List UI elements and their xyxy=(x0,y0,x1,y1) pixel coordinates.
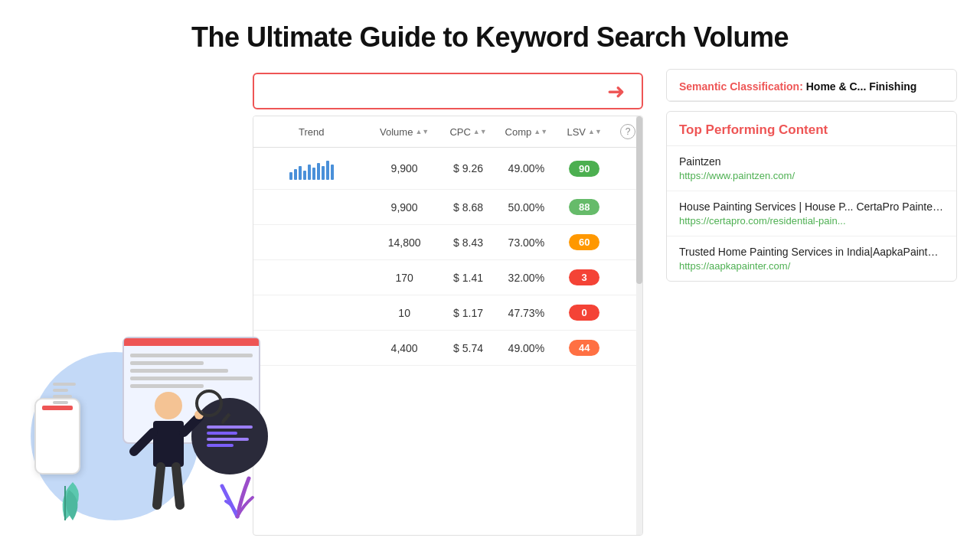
cell-volume: 9,900 xyxy=(370,162,439,174)
illus-plant-decor xyxy=(207,463,268,524)
cell-comp: 49.00% xyxy=(497,342,555,354)
trend-bar xyxy=(289,172,292,180)
page-title: The Ultimate Guide to Keyword Search Vol… xyxy=(0,0,980,69)
illus-phone-lines xyxy=(53,383,76,404)
trend-bar xyxy=(312,168,315,180)
svg-rect-1 xyxy=(153,421,184,467)
scrollbar-track[interactable] xyxy=(636,116,642,535)
table-row: 9,900 $ 8.68 50.00% 88 xyxy=(253,190,642,225)
trend-bar xyxy=(331,165,334,180)
semantic-classification: Semantic Classification: Home & C... Fin… xyxy=(679,80,944,93)
cell-comp: 73.00% xyxy=(497,236,555,249)
content-item[interactable]: House Painting Services | House P... Cer… xyxy=(667,191,956,236)
col-volume[interactable]: Volume ▲▼ xyxy=(370,124,439,139)
content-title: Trusted Home Painting Services in India|… xyxy=(679,246,944,258)
screen-line xyxy=(130,369,228,373)
table-body: 9,900 $ 9.26 49.00% 90 9,900 $ 8.68 50.0 xyxy=(253,148,642,531)
svg-line-4 xyxy=(157,467,161,505)
table-row: 170 $ 1.41 32.00% 3 xyxy=(253,260,642,295)
screen-line xyxy=(130,354,253,357)
content-url[interactable]: https://certapro.com/residential-pain... xyxy=(679,215,944,227)
trend-bar xyxy=(294,169,297,180)
table-row: 4,400 $ 5.74 49.00% 44 xyxy=(253,331,642,366)
cell-volume: 4,400 xyxy=(370,342,439,354)
cell-comp: 32.00% xyxy=(497,272,555,284)
illustration xyxy=(23,69,253,536)
search-submit-button[interactable]: ➜ xyxy=(602,77,629,105)
illus-phone-line xyxy=(53,401,68,404)
trend-bar xyxy=(326,161,329,180)
magnify-icon xyxy=(195,390,223,417)
svg-point-0 xyxy=(155,392,182,419)
lsv-badge: 0 xyxy=(569,305,599,321)
col-cpc[interactable]: CPC ▲▼ xyxy=(439,124,498,139)
cell-cpc: $ 8.43 xyxy=(439,236,498,249)
sort-cpc-icon[interactable]: ▲▼ xyxy=(473,129,487,135)
keyword-table-section: ➜ Trend Volume ▲▼ CPC ▲▼ xyxy=(253,73,643,536)
lsv-badge: 90 xyxy=(569,161,599,177)
cell-volume: 14,800 xyxy=(370,236,439,249)
cell-cpc: $ 1.17 xyxy=(439,307,498,319)
svg-line-5 xyxy=(176,467,180,505)
svg-line-2 xyxy=(134,432,153,452)
content-url[interactable]: https://aapkapainter.com/ xyxy=(679,260,944,272)
top-content-header: Top Performing Content xyxy=(667,112,956,146)
illus-phone-line xyxy=(53,389,68,392)
lsv-badge: 3 xyxy=(569,269,599,285)
content-title: House Painting Services | House P... Cer… xyxy=(679,201,944,213)
cell-comp: 50.00% xyxy=(497,201,555,214)
cell-volume: 9,900 xyxy=(370,201,439,214)
lsv-badge: 60 xyxy=(569,234,599,250)
table-row: 10 $ 1.17 47.73% 0 xyxy=(253,295,642,331)
search-bar[interactable]: ➜ xyxy=(253,73,643,109)
illus-phone-line xyxy=(53,383,76,386)
cell-lsv: 0 xyxy=(555,305,613,321)
semantic-key: Semantic Classification: xyxy=(679,80,803,93)
cell-volume: 10 xyxy=(370,307,439,319)
illus-phone-line xyxy=(53,395,72,398)
col-trend: Trend xyxy=(253,124,370,139)
sort-lsv-icon[interactable]: ▲▼ xyxy=(588,129,602,135)
cell-cpc: $ 9.26 xyxy=(439,162,498,174)
illus-plant xyxy=(50,467,111,528)
svg-line-3 xyxy=(184,417,199,432)
scrollbar-thumb[interactable] xyxy=(636,116,642,284)
cell-trend xyxy=(253,157,370,180)
keyword-table: Trend Volume ▲▼ CPC ▲▼ Comp ▲▼ xyxy=(253,116,643,536)
illus-phone xyxy=(34,398,80,474)
table-row: 9,900 $ 9.26 49.00% 90 xyxy=(253,148,642,190)
cell-comp: 47.73% xyxy=(497,307,555,319)
cell-lsv: 44 xyxy=(555,340,613,356)
cell-cpc: $ 5.74 xyxy=(439,342,498,354)
cell-lsv: 90 xyxy=(555,161,613,177)
cell-volume: 170 xyxy=(370,272,439,284)
cell-comp: 49.00% xyxy=(497,162,555,174)
right-panel: Semantic Classification: Home & C... Fin… xyxy=(666,69,957,536)
table-row: 14,800 $ 8.43 73.00% 60 xyxy=(253,225,642,260)
col-lsv[interactable]: LSV ▲▼ xyxy=(555,124,613,139)
content-item[interactable]: Trusted Home Painting Services in India|… xyxy=(667,236,956,281)
lsv-badge: 88 xyxy=(569,199,599,215)
content-title: Paintzen xyxy=(679,155,944,168)
col-comp[interactable]: Comp ▲▼ xyxy=(497,124,555,139)
semantic-card: Semantic Classification: Home & C... Fin… xyxy=(666,69,957,102)
trend-bar xyxy=(322,166,325,180)
trend-bars xyxy=(289,157,334,180)
sort-volume-icon[interactable]: ▲▼ xyxy=(415,129,429,135)
sort-comp-icon[interactable]: ▲▼ xyxy=(534,129,547,135)
arrow-right-icon: ➜ xyxy=(607,79,625,104)
content-url[interactable]: https://www.paintzen.com/ xyxy=(679,170,944,181)
screen-line xyxy=(130,361,204,365)
trend-bar xyxy=(317,163,320,180)
help-icon[interactable]: ? xyxy=(620,124,635,139)
cell-lsv: 88 xyxy=(555,199,613,215)
semantic-header: Semantic Classification: Home & C... Fin… xyxy=(667,70,956,101)
trend-bar xyxy=(303,171,306,180)
cell-lsv: 3 xyxy=(555,269,613,285)
illus-screen-bar xyxy=(124,338,259,346)
cell-cpc: $ 1.41 xyxy=(439,272,498,284)
table-header: Trend Volume ▲▼ CPC ▲▼ Comp ▲▼ xyxy=(253,116,642,148)
content-item[interactable]: Paintzen https://www.paintzen.com/ xyxy=(667,146,956,191)
trend-bar xyxy=(299,166,302,180)
semantic-val: Home & C... Finishing xyxy=(806,80,917,93)
